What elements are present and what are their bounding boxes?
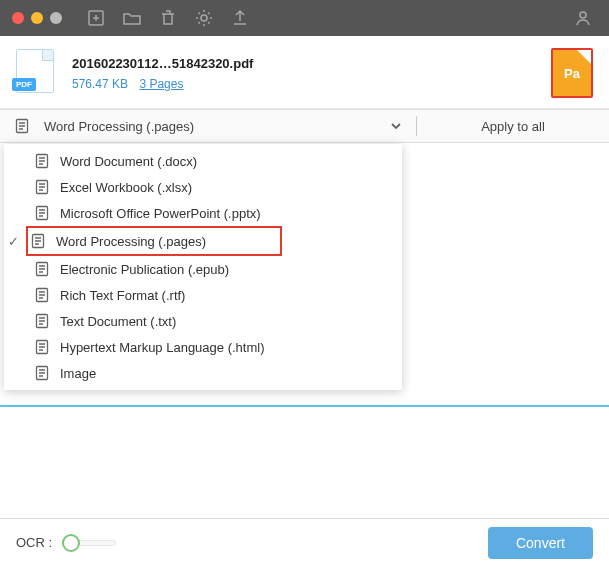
separator-line — [0, 405, 609, 407]
format-dropdown-menu: Word Document (.docx) Excel Workbook (.x… — [4, 144, 402, 390]
document-icon — [34, 179, 50, 195]
file-info: 201602230112…51842320.pdf 576.47 KB 3 Pa… — [72, 56, 535, 91]
menu-label: Excel Workbook (.xlsx) — [60, 180, 192, 195]
document-icon — [34, 365, 50, 381]
gear-icon[interactable] — [194, 8, 214, 28]
minimize-window[interactable] — [31, 12, 43, 24]
file-name: 201602230112…51842320.pdf — [72, 56, 535, 71]
upload-icon[interactable] — [230, 8, 250, 28]
document-icon — [34, 339, 50, 355]
menu-label: Microsoft Office PowerPoint (.pptx) — [60, 206, 261, 221]
output-format-icon: Pa — [551, 48, 593, 98]
menu-item-epub[interactable]: Electronic Publication (.epub) — [4, 256, 402, 282]
ocr-toggle[interactable] — [62, 533, 116, 553]
pdf-icon: PDF — [16, 49, 56, 97]
menu-label: Text Document (.txt) — [60, 314, 176, 329]
check-icon: ✓ — [8, 234, 19, 249]
file-size: 576.47 KB — [72, 77, 128, 91]
add-file-icon[interactable] — [86, 8, 106, 28]
format-dropdown-row: Word Processing (.pages) Apply to all — [0, 109, 609, 143]
titlebar — [0, 0, 609, 36]
document-icon — [34, 287, 50, 303]
window-controls — [12, 12, 62, 24]
document-icon — [34, 153, 50, 169]
bottom-bar: OCR : Convert — [0, 518, 609, 566]
format-dropdown[interactable]: Word Processing (.pages) — [0, 110, 416, 142]
close-window[interactable] — [12, 12, 24, 24]
menu-item-html[interactable]: Hypertext Markup Language (.html) — [4, 334, 402, 360]
pages-link[interactable]: 3 Pages — [139, 77, 183, 91]
document-icon — [14, 118, 30, 134]
svg-point-1 — [201, 15, 207, 21]
menu-label: Electronic Publication (.epub) — [60, 262, 229, 277]
menu-label: Image — [60, 366, 96, 381]
format-badge-label: Pa — [564, 66, 580, 81]
chevron-down-icon — [390, 120, 402, 132]
document-icon — [34, 313, 50, 329]
folder-icon[interactable] — [122, 8, 142, 28]
dropdown-selected-label: Word Processing (.pages) — [44, 119, 376, 134]
document-icon — [34, 261, 50, 277]
menu-item-txt[interactable]: Text Document (.txt) — [4, 308, 402, 334]
user-icon[interactable] — [573, 8, 593, 28]
menu-label: Word Document (.docx) — [60, 154, 197, 169]
document-icon — [34, 205, 50, 221]
menu-label: Word Processing (.pages) — [56, 234, 206, 249]
maximize-window[interactable] — [50, 12, 62, 24]
menu-item-rtf[interactable]: Rich Text Format (.rtf) — [4, 282, 402, 308]
ocr-label: OCR : — [16, 535, 52, 550]
file-row: PDF 201602230112…51842320.pdf 576.47 KB … — [0, 36, 609, 109]
menu-item-pages[interactable]: Word Processing (.pages) — [26, 226, 282, 256]
menu-item-pptx[interactable]: Microsoft Office PowerPoint (.pptx) — [4, 200, 402, 226]
menu-label: Hypertext Markup Language (.html) — [60, 340, 264, 355]
menu-label: Rich Text Format (.rtf) — [60, 288, 185, 303]
convert-button[interactable]: Convert — [488, 527, 593, 559]
svg-point-2 — [580, 12, 586, 18]
menu-item-xlsx[interactable]: Excel Workbook (.xlsx) — [4, 174, 402, 200]
menu-item-docx[interactable]: Word Document (.docx) — [4, 148, 402, 174]
menu-item-image[interactable]: Image — [4, 360, 402, 386]
apply-to-all-button[interactable]: Apply to all — [417, 119, 609, 134]
document-icon — [30, 233, 46, 249]
trash-icon[interactable] — [158, 8, 178, 28]
